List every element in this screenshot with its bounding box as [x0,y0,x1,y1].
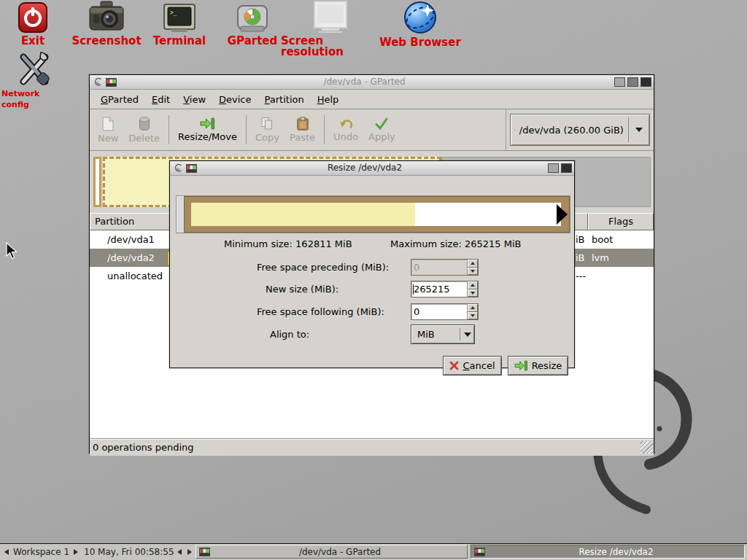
gparted-titlebar[interactable]: /dev/vda - GParted [90,75,654,90]
desktop-icon-label: Web Browser [379,37,461,48]
minimize-button[interactable] [548,163,559,173]
desktop-icon-network-config[interactable]: Network config [1,51,67,110]
spin-buttons [467,281,478,297]
toolbar-separator [246,115,247,144]
tools-icon [16,51,53,86]
desktop-icon-terminal[interactable]: >_ Terminal [144,3,214,47]
taskbar-item-resize-dialog[interactable]: Resize /dev/vda2 [471,545,745,559]
apply-button[interactable]: Apply [363,109,400,150]
gparted-app-icon [199,548,210,556]
chevron-down-icon [464,332,471,337]
delete-button[interactable]: Delete [123,109,165,150]
workspace-prev-icon[interactable] [4,549,9,555]
size-fragment: --- [576,267,586,285]
menu-help[interactable]: Help [311,92,346,107]
new-partition-icon [102,117,114,131]
menu-partition[interactable]: Partition [258,92,311,107]
copy-button[interactable]: Copy [250,109,285,150]
taskbar-item-gparted[interactable]: /dev/vda - GParted [196,545,468,559]
power-icon [18,1,48,34]
partition-space [191,203,561,226]
monitor-icon [311,0,349,34]
maximize-button[interactable] [627,77,638,87]
disk-pie-icon [236,4,268,34]
partition-name: /dev/vda1 [107,230,155,249]
close-button[interactable] [640,77,651,87]
menubar: GParted Edit View Device Partition Help [90,90,654,109]
maximum-size-label: Maximum size: 265215 MiB [390,238,521,249]
undo-button[interactable]: Undo [328,109,363,150]
taskbar-item-label: Resize /dev/vda2 [488,547,744,557]
prev-window-icon[interactable] [177,549,182,555]
cancel-button[interactable]: Cancel [443,356,502,376]
workspace-switcher[interactable]: Workspace 1 [4,544,78,559]
free-space-following-spinbox[interactable] [411,303,479,320]
gparted-app-icon [474,548,485,556]
menu-device[interactable]: Device [212,92,258,107]
mouse-cursor [6,242,20,261]
menu-edit[interactable]: Edit [145,92,177,107]
spin-up-button[interactable] [468,281,478,289]
window-nav-arrows [177,544,192,559]
spin-up-button[interactable] [468,304,478,312]
status-bar: 0 operations pending [90,439,654,456]
desktop-icon-label: Exit [21,36,44,47]
free-space-following-input[interactable] [411,304,467,319]
taskbar: Workspace 1 10 May, Fri 00:58:55 /dev/vd… [0,543,747,560]
spin-down-button[interactable] [468,268,478,276]
minimize-button[interactable] [614,77,625,87]
align-to-dropdown[interactable]: MiB [411,324,475,344]
free-space-preceding-spinbox[interactable] [411,259,479,276]
spin-down-button[interactable] [468,289,478,298]
resize-grip[interactable] [640,441,653,454]
dialog-titlebar[interactable]: Resize /dev/vda2 [170,161,574,176]
camera-icon [88,0,125,34]
new-size-input[interactable] [411,281,467,297]
taskbar-clock: 10 May, Fri 00:58:55 [84,544,174,559]
free-space-following-label: Free space following (MiB): [257,306,384,317]
right-resize-arrow-handle[interactable] [557,204,568,225]
desktop-icon-screenshot[interactable]: Screenshot [70,0,143,47]
workspace-next-icon[interactable] [74,549,78,555]
new-button[interactable]: New [93,109,123,150]
paste-icon [297,117,309,131]
device-selector-area: /dev/vda (260.00 GiB) [506,109,654,150]
spin-buttons [467,304,478,319]
flags-value: boot [592,230,613,249]
status-text: 0 operations pending [93,442,194,453]
resize-move-button[interactable]: Resize/Move [173,109,242,150]
copy-icon [260,117,274,131]
close-button[interactable] [561,163,572,173]
minimum-size-label: Minimum size: 162811 MiB [224,238,352,249]
partition-segment-vda1[interactable] [93,157,101,207]
paste-button[interactable]: Paste [285,109,320,150]
desktop-icon-exit[interactable]: Exit [4,1,61,47]
free-space-preceding-input[interactable] [411,260,467,275]
dialog-title: Resize /dev/vda2 [199,161,530,175]
chevron-down-icon [635,128,643,132]
device-selector[interactable]: /dev/vda (260.00 GiB) [510,114,650,146]
desktop-icon-label: Terminal [153,36,206,47]
cancel-x-icon [449,361,459,370]
svg-text:>_: >_ [170,9,177,16]
next-window-icon[interactable] [187,549,192,555]
menu-view[interactable]: View [177,92,212,107]
desktop-icon-gparted[interactable]: GParted [220,4,285,47]
debian-swirl-icon [174,163,183,173]
desktop-icon-screen-resolution[interactable]: Screen resolution [281,0,380,58]
globe-icon [401,0,439,35]
desktop-icon-label: GParted [228,36,278,47]
spin-buttons [467,260,478,275]
desktop-icon-web-browser[interactable]: Web Browser [374,0,466,48]
align-to-label: Align to: [270,329,309,340]
used-space-bar [191,203,415,226]
spin-down-button[interactable] [468,312,478,320]
size-fragment: iB [576,230,585,249]
new-size-spinbox[interactable] [411,281,479,298]
spin-up-button[interactable] [468,260,478,268]
menu-gparted[interactable]: GParted [94,92,145,107]
text-caret [413,284,414,295]
resize-button[interactable]: Resize [508,356,568,376]
flags-value: lvm [592,249,609,267]
desktop-icon-label: Screen resolution [281,36,380,58]
